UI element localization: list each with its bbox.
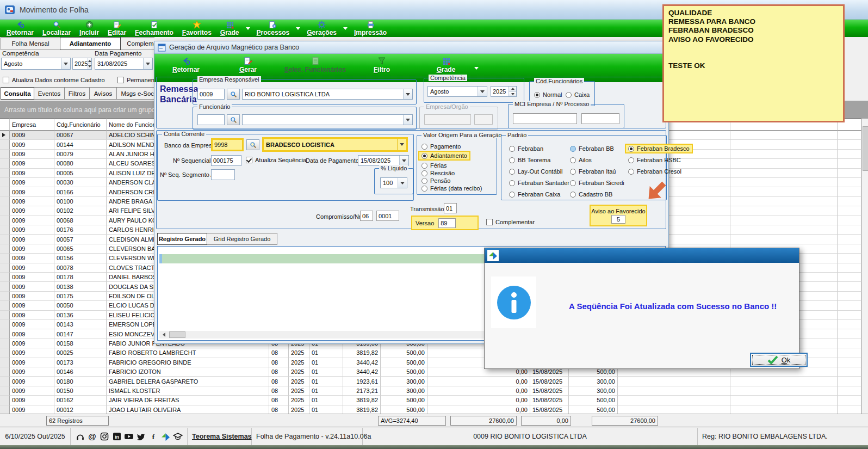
dialog-month-combo[interactable]: Agosto bbox=[427, 86, 487, 97]
scrollbar-thumb[interactable] bbox=[169, 331, 185, 338]
toolbar-editar[interactable]: Editar bbox=[103, 20, 131, 37]
radio-adiantamento[interactable]: Adiantamento bbox=[418, 151, 470, 161]
radio-ailos[interactable]: Ailos bbox=[570, 157, 592, 163]
atualiza-dados-checkbox[interactable]: Atualiza Dados conforme Cadastro bbox=[3, 77, 105, 83]
toolbar-processos-dropdown-icon[interactable] bbox=[294, 20, 302, 37]
funcionario-search-button[interactable] bbox=[227, 114, 240, 125]
radio-ferias[interactable]: Férias bbox=[421, 162, 447, 169]
radio-pensao[interactable]: Pensão bbox=[421, 177, 450, 184]
toolbar-incluir[interactable]: Incluir bbox=[75, 20, 103, 37]
toolbar-retornar[interactable]: Retornar bbox=[2, 20, 38, 37]
linkedin-icon[interactable]: in bbox=[111, 432, 121, 442]
tab-msgs-e-social[interactable]: Msgs e-Social bbox=[116, 87, 154, 100]
radio-bb-teorema[interactable]: BB Teorema bbox=[509, 157, 550, 163]
scroll-left-icon[interactable] bbox=[159, 331, 168, 339]
spin-up-icon[interactable] bbox=[509, 87, 516, 91]
permanente-checkbox[interactable]: Permanente bbox=[117, 77, 154, 83]
table-row[interactable]: 000900162JAIR VIEIRA DE FREITAS082025013… bbox=[0, 396, 861, 405]
radio-febraban-hsbc[interactable]: Febraban HSBC bbox=[628, 157, 681, 163]
toolbar-grade[interactable]: Grade bbox=[216, 20, 244, 37]
tab-complementar[interactable]: Complementar bbox=[120, 37, 154, 50]
radio-febraban-bb[interactable]: Febraban BB bbox=[570, 145, 614, 152]
facebook-icon[interactable]: f bbox=[148, 432, 158, 442]
complementar-checkbox[interactable]: Complementar bbox=[486, 219, 535, 225]
funcionario-code-field[interactable] bbox=[197, 114, 225, 125]
chevron-down-icon[interactable] bbox=[397, 139, 406, 150]
atualiza-sequencia-checkbox[interactable]: Atualiza Sequência bbox=[246, 157, 306, 163]
tab-grid-registro-gerado[interactable]: Grid Registro Gerado bbox=[207, 233, 277, 245]
radio-rescisao[interactable]: Rescisão bbox=[421, 170, 455, 176]
toolbar-geracoes-dropdown-icon[interactable] bbox=[341, 20, 350, 37]
radio-febraban[interactable]: Febraban bbox=[509, 145, 543, 152]
chevron-down-icon[interactable] bbox=[398, 178, 407, 188]
mci-processo-field[interactable] bbox=[581, 113, 619, 124]
toolbar-impressao[interactable]: Impressão bbox=[350, 20, 391, 37]
data-pagamento-combo[interactable]: 31/08/2025 bbox=[95, 58, 153, 70]
graduation-cap-icon[interactable] bbox=[173, 432, 183, 442]
spin-down-icon[interactable] bbox=[88, 64, 91, 70]
table-row[interactable]: 000900180GABRIEL DELERA GASPARETO0820250… bbox=[0, 377, 861, 386]
twitter-icon[interactable] bbox=[136, 432, 146, 442]
brand-link[interactable]: Teorema Sistemas bbox=[188, 428, 252, 445]
radio-cadastro-bb[interactable]: Cadastro BB bbox=[570, 191, 612, 198]
dialog-toolbar-filtro[interactable]: Filtro bbox=[355, 56, 409, 73]
segmento-a-field[interactable] bbox=[211, 169, 235, 180]
message-titlebar[interactable] bbox=[485, 248, 799, 263]
instagram-icon[interactable] bbox=[100, 432, 109, 442]
youtube-icon[interactable] bbox=[124, 432, 134, 442]
toolbar-geracoes[interactable]: Gerações bbox=[302, 20, 341, 37]
compromisso-field-1[interactable]: 06 bbox=[360, 211, 373, 221]
compromisso-field-2[interactable]: 0001 bbox=[376, 211, 399, 221]
dialog-year-spinner[interactable]: 2025 bbox=[491, 86, 517, 97]
tab-consulta[interactable]: Consulta bbox=[1, 87, 34, 100]
toolbar-grade-dropdown-icon[interactable] bbox=[244, 20, 252, 37]
spin-up-icon[interactable] bbox=[88, 58, 91, 64]
toolbar-favoritos[interactable]: Favoritos bbox=[178, 20, 216, 37]
banco-code-field[interactable]: 9998 bbox=[211, 138, 244, 151]
mci-empresa-field[interactable] bbox=[513, 113, 577, 124]
chevron-down-icon[interactable] bbox=[399, 156, 408, 165]
toolbar-processos[interactable]: Processos bbox=[252, 20, 294, 37]
radio-ferias-data-recibo[interactable]: Férias (data recibo) bbox=[421, 185, 482, 192]
radio-lay-out-contabil[interactable]: Lay-Out Contábil bbox=[509, 168, 563, 175]
dialog-toolbar-retornar[interactable]: Retornar bbox=[159, 56, 213, 73]
scrollbar-thumb[interactable] bbox=[863, 126, 868, 171]
data-pagamento-dialog-combo[interactable]: 15/08/2025 bbox=[358, 155, 409, 166]
table-row[interactable]: 000900150ISMAEL KLOSTER082025012173,2130… bbox=[0, 386, 861, 396]
dialog-toolbar-grade[interactable]: Grade bbox=[419, 56, 473, 73]
radio-pagamento[interactable]: Pagamento bbox=[421, 143, 461, 150]
banco-search-button[interactable] bbox=[246, 139, 259, 150]
transmissao-field[interactable]: 01 bbox=[444, 203, 457, 213]
radio-caixa[interactable]: Caixa bbox=[566, 91, 590, 98]
sequencial-field[interactable]: 000175 bbox=[211, 155, 241, 166]
radio-febraban-sicredi[interactable]: Febraban Sicredi bbox=[570, 180, 624, 186]
dialog-titlebar[interactable]: Geração de Arquivo Magnético para Banco bbox=[154, 41, 668, 54]
liquido-combo[interactable]: 100 bbox=[380, 177, 407, 188]
headset-icon[interactable] bbox=[75, 432, 85, 442]
radio-febraban-santader[interactable]: Febraban Santader bbox=[509, 180, 569, 186]
radio-febraban-itau[interactable]: Febraban Itaú bbox=[570, 168, 616, 175]
month-combo[interactable]: Agosto bbox=[1, 58, 71, 70]
empresa-code-field[interactable]: 0009 bbox=[197, 89, 225, 100]
year-spinner[interactable]: 2025 bbox=[72, 58, 92, 70]
radio-febraban-caixa[interactable]: Febraban Caixa bbox=[509, 191, 560, 198]
chevron-down-icon[interactable] bbox=[403, 115, 412, 125]
versao-field[interactable]: 89 bbox=[438, 218, 456, 228]
chevron-down-icon[interactable] bbox=[61, 58, 70, 69]
chevron-down-icon[interactable] bbox=[403, 89, 412, 99]
toolbar-fechamento[interactable]: Fechamento bbox=[131, 20, 178, 37]
dialog-toolbar-gerar[interactable]: Gerar bbox=[221, 56, 275, 73]
ok-button[interactable]: Ok bbox=[750, 353, 808, 367]
table-row[interactable]: 000900012JOAO LAUTAIR OLIVEIRA0820250138… bbox=[0, 405, 861, 414]
aviso-favorecido-field[interactable]: 5 bbox=[611, 215, 625, 224]
tab-filtros[interactable]: Filtros bbox=[64, 87, 90, 100]
tab-folha-mensal[interactable]: Folha Mensal bbox=[1, 37, 60, 50]
radio-normal[interactable]: Normal bbox=[534, 91, 562, 98]
toolbar-localizar[interactable]: Localizar bbox=[38, 20, 75, 37]
teorema-icon[interactable] bbox=[160, 432, 170, 442]
radio-febraban-cresol[interactable]: Febraban Cresol bbox=[628, 168, 681, 175]
spin-down-icon[interactable] bbox=[509, 91, 516, 97]
dialog-toolbar-grade-dropdown-icon[interactable] bbox=[474, 67, 479, 70]
banco-name-combo[interactable]: BRADESCO LOGISTICA bbox=[262, 137, 408, 152]
empresa-name-combo[interactable]: RIO BONITO LOGISTICA LTDA bbox=[242, 89, 413, 100]
